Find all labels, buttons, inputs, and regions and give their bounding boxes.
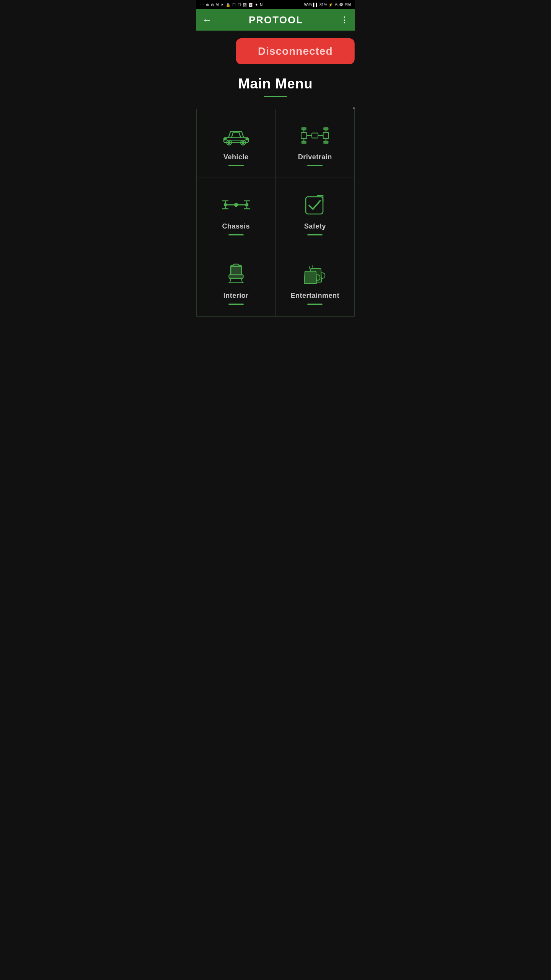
menu-item-entertainment[interactable]: Entertainment	[276, 247, 355, 317]
status-icons-left: ⋯ ⊕ ⊗ M ☀ 🔒 ☐ ☐ 🖼 🃏 ✦ N	[200, 3, 263, 7]
vehicle-label: Vehicle	[223, 153, 249, 161]
svg-point-29	[224, 204, 227, 206]
wifi-icon: WiFi	[304, 3, 312, 7]
svg-line-33	[241, 278, 242, 283]
drivetrain-label: Drivetrain	[298, 153, 332, 161]
drivetrain-icon	[300, 124, 330, 147]
svg-rect-20	[324, 141, 328, 143]
app-title: PROTOOL	[249, 14, 303, 26]
safety-icon	[300, 193, 330, 216]
charging-icon: ⚡	[328, 3, 333, 7]
main-content: Disconnected Main Menu	[196, 31, 355, 343]
svg-point-4	[242, 142, 244, 144]
chassis-label: Chassis	[222, 222, 250, 230]
svg-rect-17	[302, 127, 306, 130]
vehicle-underline	[228, 165, 244, 166]
drivetrain-underline	[307, 165, 323, 166]
svg-line-32	[230, 278, 231, 283]
entertainment-label: Entertainment	[290, 292, 339, 300]
signal-icon: ▌▌	[313, 3, 318, 7]
svg-rect-18	[302, 141, 306, 143]
svg-point-30	[246, 204, 248, 206]
safety-label: Safety	[304, 222, 326, 230]
svg-point-28	[235, 203, 238, 206]
disconnected-banner[interactable]: Disconnected	[236, 38, 355, 64]
chassis-underline	[228, 234, 244, 235]
menu-item-vehicle[interactable]: Vehicle	[197, 109, 276, 178]
svg-rect-5	[224, 138, 226, 140]
svg-rect-6	[246, 138, 248, 140]
menu-item-interior[interactable]: Interior	[197, 247, 276, 317]
time-display: 6:48 PM	[335, 2, 351, 7]
svg-rect-19	[324, 127, 328, 130]
car-icon	[221, 124, 251, 147]
interior-label: Interior	[223, 292, 249, 300]
safety-underline	[307, 234, 323, 235]
battery-level: 81%	[320, 3, 327, 7]
menu-title: Main Menu	[196, 76, 355, 92]
status-right: WiFi ▌▌ 81% ⚡ 6:48 PM	[304, 2, 351, 7]
svg-rect-10	[312, 133, 318, 138]
interior-underline	[228, 304, 244, 305]
svg-rect-9	[323, 132, 329, 139]
status-left: ⋯ ⊕ ⊗ M ☀ 🔒 ☐ ☐ 🖼 🃏 ✦ N	[200, 3, 263, 7]
entertainment-underline	[307, 304, 323, 305]
status-bar: ⋯ ⊕ ⊗ M ☀ 🔒 ☐ ☐ 🖼 🃏 ✦ N WiFi ▌▌ 81% ⚡ 6:…	[196, 0, 355, 9]
chassis-icon	[221, 193, 251, 216]
more-options-button[interactable]: ⋮	[340, 15, 349, 25]
menu-item-safety[interactable]: Safety	[276, 178, 355, 247]
menu-grid: Vehicle	[196, 109, 355, 317]
svg-rect-8	[301, 132, 306, 139]
svg-rect-31	[306, 197, 323, 214]
menu-title-divider	[264, 96, 287, 97]
interior-icon	[221, 263, 251, 286]
svg-point-3	[228, 142, 230, 144]
nav-bar: ← PROTOOL ⋮	[196, 9, 355, 31]
menu-item-drivetrain[interactable]: Drivetrain	[276, 109, 355, 178]
entertainment-icon	[300, 263, 330, 286]
menu-item-chassis[interactable]: Chassis	[197, 178, 276, 247]
back-button[interactable]: ←	[202, 15, 212, 25]
